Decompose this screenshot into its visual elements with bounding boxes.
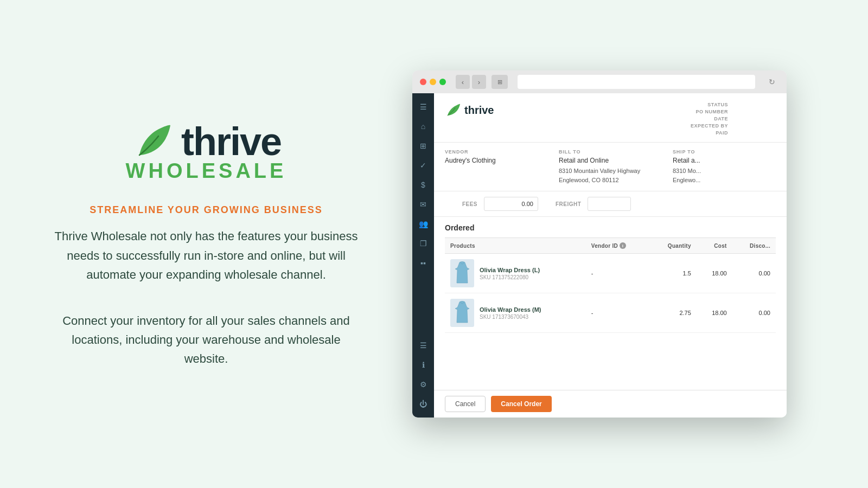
cost-2: 18.00 [697,293,732,333]
product-cell-1: Olivia Wrap Dress (L) SKU 171375222080 [445,254,586,293]
sidebar-dollar-icon[interactable]: $ [413,176,433,194]
sidebar-info-icon[interactable]: ℹ [413,356,433,374]
expected-by-label: EXPECTED BY [691,123,728,129]
sidebar-copy-icon[interactable]: ❐ [413,234,433,253]
col-discount: Disco... [732,238,776,254]
table-header-row: Products Vendor ID i Quantity Cost Disco [445,238,776,254]
po-number-label: PO NUMBER [695,109,728,114]
freight-input[interactable] [588,197,631,211]
vendor-block: VENDOR Audrey's Clothing [445,149,548,184]
vendor-id-2: - [586,293,649,333]
sidebar-home-icon[interactable]: ⌂ [413,117,433,136]
bill-to-label: BILL TO [559,149,662,155]
dot-yellow[interactable] [430,79,436,85]
bottom-bar: Cancel Cancel Order [434,390,787,418]
bill-to-block: BILL TO Retail and Online 8310 Mountain … [559,149,662,184]
product-name-1: Olivia Wrap Dress (L) [480,267,540,273]
vendor-section: VENDOR Audrey's Clothing BILL TO Retail … [434,143,787,191]
sidebar-users-icon[interactable]: 👥 [413,215,433,233]
table-row: Olivia Wrap Dress (M) SKU 171373670043 -… [445,293,776,333]
product-cell-2: Olivia Wrap Dress (M) SKU 171373670043 [445,293,586,333]
sidebar-mail-icon[interactable]: ✉ [413,195,433,214]
freight-label: FREIGHT [556,201,581,207]
dress-icon-1 [454,261,470,285]
col-cost: Cost [697,238,732,254]
right-panel: ‹ › ⊞ ↻ ☰ ⌂ ⊞ ✓ $ ✉ 👥 ❐ ▪▪ ☰ ℹ [412,0,868,488]
status-value [732,102,776,107]
status-row: STATUS [707,102,776,107]
col-quantity: Quantity [649,238,697,254]
browser-titlebar: ‹ › ⊞ ↻ [412,70,787,93]
paid-value [732,130,776,136]
cost-1: 18.00 [697,254,732,293]
fees-row: FEES FREIGHT [434,191,787,217]
ship-to-label: SHIP TO [673,149,776,155]
ordered-section: Ordered Products Vendor ID i [434,217,787,333]
browser-window: ‹ › ⊞ ↻ ☰ ⌂ ⊞ ✓ $ ✉ 👥 ❐ ▪▪ ☰ ℹ [412,70,787,418]
forward-button[interactable]: › [472,75,486,89]
date-label: DATE [714,116,728,121]
ordered-title: Ordered [445,223,776,232]
sidebar-menu-icon[interactable]: ☰ [413,98,433,116]
sidebar-grid-icon[interactable]: ⊞ [413,137,433,155]
dress-icon-2 [454,301,470,325]
po-header: thrive STATUS PO NUMBER DATE [434,93,787,143]
discount-1: 0.00 [732,254,776,293]
col-vendor-id: Vendor ID i [586,238,649,254]
status-label: STATUS [707,102,728,107]
sidebar-list-icon[interactable]: ☰ [413,336,433,355]
app-leaf-icon [445,102,461,118]
tagline: STREAMLINE YOUR GROWING BUSINESS [90,204,323,216]
vendor-name: Audrey's Clothing [445,157,548,164]
fees-input[interactable] [484,197,538,211]
date-value [732,116,776,121]
bill-to-addr1: 8310 Mountain Valley Highway [559,168,640,174]
col-products: Products [445,238,586,254]
dot-green-window[interactable] [439,79,446,85]
ship-to-addr2: Englewo... [673,177,700,183]
discount-2: 0.00 [732,293,776,333]
app-logo: thrive [445,102,494,118]
leaf-icon [131,120,175,163]
cancel-order-button[interactable]: Cancel Order [491,396,551,412]
sidebar-settings-icon[interactable]: ⚙ [413,375,433,394]
product-name-2: Olivia Wrap Dress (M) [480,306,541,313]
back-button[interactable]: ‹ [456,75,470,89]
paid-row: PAID [716,130,776,136]
po-meta: STATUS PO NUMBER DATE EXPECTED BY [691,102,776,136]
product-sku-1: SKU 171375222080 [480,274,540,280]
product-sku-2: SKU 171373670043 [480,314,541,320]
quantity-2: 2.75 [649,293,697,333]
sidebar-check-icon[interactable]: ✓ [413,156,433,175]
sidebar-power-icon[interactable]: ⏻ [413,395,433,413]
description2: Connect your inventory for all your sale… [49,311,363,369]
logo-row: thrive [131,119,281,164]
quantity-1: 1.5 [649,254,697,293]
main-content: thrive STATUS PO NUMBER DATE [434,93,787,418]
url-bar[interactable] [518,75,755,89]
expected-by-value [732,123,776,129]
product-image-2 [450,299,474,327]
cancel-button[interactable]: Cancel [445,396,486,412]
product-info-1: Olivia Wrap Dress (L) SKU 171375222080 [480,267,540,280]
ship-to-name: Retail a... [673,157,776,164]
browser-dots [420,79,446,85]
products-table: Products Vendor ID i Quantity Cost Disco [445,237,776,333]
po-number-value [732,109,776,114]
product-image-1 [450,259,474,287]
description1: Thrive Wholesale not only has the featur… [43,227,369,284]
bill-to-addr2: Englewood, CO 80112 [559,177,619,183]
bill-to-name: Retail and Online [559,157,662,164]
browser-nav: ‹ › [456,75,486,89]
refresh-button[interactable]: ↻ [765,75,779,89]
vendor-label: VENDOR [445,149,548,155]
dot-red[interactable] [420,79,426,85]
date-row: DATE [714,116,776,121]
app-logo-text: thrive [464,104,494,117]
left-panel: thrive WHOLESALE STREAMLINE YOUR GROWING… [0,0,412,488]
tab-button[interactable]: ⊞ [492,75,508,89]
paid-label: PAID [716,130,728,136]
sidebar-chart-icon[interactable]: ▪▪ [413,254,433,272]
ship-to-addr1: 8310 Mo... [673,168,701,174]
expected-by-row: EXPECTED BY [691,123,776,129]
